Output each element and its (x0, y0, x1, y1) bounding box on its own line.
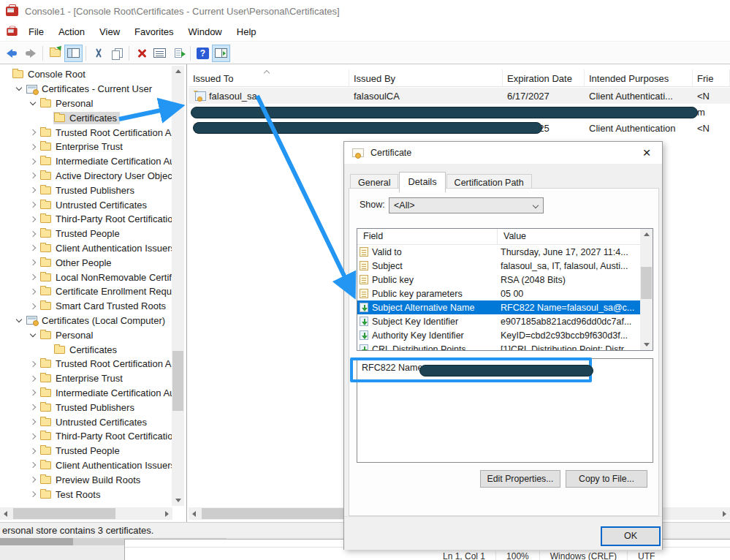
tree-item-client-authentication-issuers[interactable]: Client Authentication Issuers (0, 458, 172, 473)
chevron-icon[interactable] (30, 99, 36, 105)
field-row-subject-key-identifier[interactable]: Subject Key Identifier e907185ab821acd96… (357, 314, 642, 328)
tree-item-trusted-publishers[interactable]: Trusted Publishers (0, 183, 172, 197)
chevron-icon[interactable] (30, 390, 36, 396)
edit-properties-button[interactable]: Edit Properties... (480, 470, 560, 488)
field-row-public-key[interactable]: Public key RSA (2048 Bits) (357, 273, 642, 287)
cut-button[interactable] (89, 45, 107, 62)
tree-item-active-directory-user-object[interactable]: Active Directory User Object (0, 169, 172, 183)
scroll-down-arrow[interactable] (641, 339, 652, 350)
properties-button[interactable] (151, 45, 169, 62)
help-button[interactable]: ? (194, 45, 212, 62)
tree-item-other-people[interactable]: Other People (0, 255, 172, 270)
field-row-crl-distribution-points[interactable]: CRL Distribution Points [1]CRL Distribut… (357, 342, 642, 351)
back-button[interactable] (3, 45, 21, 62)
tree-item-certificates-current-user[interactable]: Certificates - Current User (0, 82, 172, 97)
console-child-icon[interactable] (7, 27, 17, 35)
column-header-expiration-date[interactable]: Expiration Date (503, 69, 585, 86)
chevron-icon[interactable] (16, 85, 22, 91)
chevron-icon[interactable] (30, 361, 36, 367)
menu-view[interactable]: View (92, 23, 127, 40)
scroll-left-arrow[interactable] (189, 508, 199, 519)
scroll-right-arrow[interactable] (161, 508, 172, 519)
tree-item-intermediate-certification-au[interactable]: Intermediate Certification Au (0, 154, 172, 169)
tree-item-third-party-root-certificatio[interactable]: Third-Party Root Certificatio (0, 429, 172, 444)
tree-item-personal[interactable]: Personal (0, 97, 172, 111)
chevron-icon[interactable] (30, 274, 36, 280)
chevron-icon[interactable] (30, 303, 36, 309)
field-row-subject-alternative-name[interactable]: Subject Alternative Name RFC822 Name=fal… (357, 300, 642, 314)
scroll-up-arrow[interactable] (641, 229, 652, 240)
chevron-icon[interactable] (30, 129, 36, 135)
show-dropdown[interactable]: <All> (389, 197, 544, 213)
chevron-icon[interactable] (30, 260, 36, 265)
export-list-button[interactable] (169, 45, 187, 62)
chevron-icon[interactable] (30, 434, 36, 439)
chevron-icon[interactable] (30, 330, 36, 336)
chevron-icon[interactable] (16, 317, 22, 322)
tree-item-enterprise-trust[interactable]: Enterprise Trust (0, 140, 172, 154)
chevron-icon[interactable] (30, 462, 36, 468)
tree-vertical-scrollbar[interactable] (172, 66, 184, 506)
field-column-header[interactable]: Field (357, 229, 498, 244)
scroll-up-arrow[interactable] (172, 66, 183, 77)
tree-horizontal-scrollbar[interactable] (0, 507, 172, 520)
tree-item-intermediate-certification-au[interactable]: Intermediate Certification Au (0, 386, 172, 401)
tree-item-client-authentication-issuers[interactable]: Client Authentication Issuers (0, 241, 172, 256)
menu-favorites[interactable]: Favorites (127, 23, 180, 40)
chevron-icon[interactable] (30, 404, 36, 410)
tree-item-test-roots[interactable]: Test Roots (0, 487, 172, 502)
tree-item-console-root[interactable]: Console Root (0, 67, 172, 82)
tab-details[interactable]: Details (399, 172, 445, 192)
close-icon[interactable]: × (631, 142, 662, 163)
scroll-down-arrow[interactable] (172, 495, 183, 506)
tree-item-untrusted-certificates[interactable]: Untrusted Certificates (0, 415, 172, 429)
field-row-authority-key-identifier[interactable]: Authority Key Identifier KeyID=cbd2c93bc… (357, 328, 642, 342)
field-row-subject[interactable]: Subject falasoul_sa, IT, falasoul, Austi… (357, 259, 642, 273)
delete-button[interactable] (132, 45, 151, 62)
value-column-header[interactable]: Value (498, 229, 526, 244)
tree-item-trusted-publishers[interactable]: Trusted Publishers (0, 400, 172, 415)
tree-item-enterprise-trust[interactable]: Enterprise Trust (0, 371, 172, 386)
tree-item-third-party-root-certificatio[interactable]: Third-Party Root Certificatio (0, 212, 172, 227)
chevron-icon[interactable] (30, 477, 36, 483)
tree-item-certificates[interactable]: Certificates (0, 342, 172, 357)
copy-to-file-button[interactable]: Copy to File... (566, 470, 647, 488)
chevron-icon[interactable] (30, 447, 36, 453)
ok-button[interactable]: OK (601, 527, 660, 545)
tree-item-untrusted-certificates[interactable]: Untrusted Certificates (0, 197, 172, 212)
tree-item-trusted-root-certification-au[interactable]: Trusted Root Certification Au (0, 125, 172, 140)
chevron-icon[interactable] (30, 289, 36, 295)
fields-vertical-scrollbar[interactable] (640, 229, 653, 350)
field-row-public-key-parameters[interactable]: Public key parameters 05 00 (357, 287, 642, 300)
tree-item-local-nonremovable-certifi[interactable]: Local NonRemovable Certifi (0, 270, 172, 284)
show-console-tree-button[interactable] (64, 45, 83, 62)
tree-item-preview-build-roots[interactable]: Preview Build Roots (0, 472, 172, 487)
copy-button[interactable] (107, 45, 126, 62)
scroll-left-arrow[interactable] (0, 508, 11, 519)
column-header-intended-purposes[interactable]: Intended Purposes (585, 69, 693, 86)
tree-item-trusted-people[interactable]: Trusted People (0, 444, 172, 458)
chevron-icon[interactable] (30, 245, 36, 251)
chevron-icon[interactable] (30, 419, 36, 425)
forward-button[interactable] (21, 45, 39, 62)
field-row-valid-to[interactable]: Valid to Thursday, June 17, 2027 11:4... (357, 245, 642, 259)
menu-window[interactable]: Window (181, 23, 229, 40)
chevron-icon[interactable] (30, 158, 36, 164)
tree-item-personal[interactable]: Personal (0, 328, 172, 342)
tree-item-trusted-people[interactable]: Trusted People (0, 227, 172, 241)
tree-item-certificates[interactable]: Certificates (0, 110, 172, 125)
chevron-icon[interactable] (30, 230, 36, 236)
show-action-pane-button[interactable] (212, 45, 230, 62)
scroll-thumb[interactable] (13, 508, 115, 519)
tree-item-smart-card-trusted-roots[interactable]: Smart Card Trusted Roots (0, 299, 172, 314)
column-header-frie[interactable]: Frie (693, 69, 730, 86)
column-header-issued-by[interactable]: Issued By (349, 69, 503, 86)
menu-action[interactable]: Action (51, 23, 92, 40)
chevron-icon[interactable] (30, 216, 36, 222)
tree-item-certificates-local-computer[interactable]: Certificates (Local Computer) (0, 314, 172, 328)
certificate-row-falasoul-sa[interactable]: falasoul_sa falasoulCA 6/17/2027 Client … (189, 88, 730, 104)
tree-item-trusted-root-certification-au[interactable]: Trusted Root Certification Au (0, 357, 172, 371)
menu-file[interactable]: File (21, 23, 51, 40)
chevron-icon[interactable] (30, 375, 36, 381)
scroll-thumb[interactable] (641, 267, 652, 299)
